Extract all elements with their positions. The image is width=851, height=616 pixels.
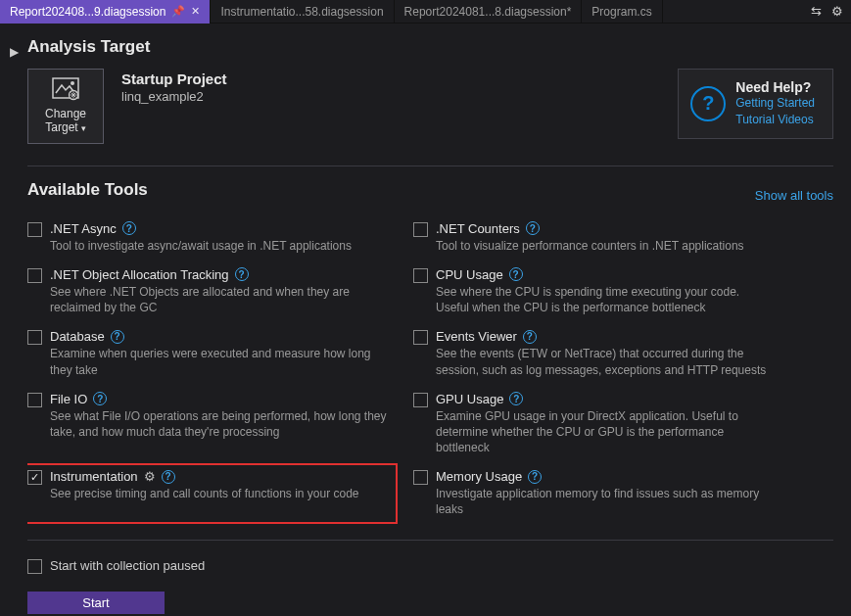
tool-name: GPU Usage — [436, 392, 503, 406]
tool-description: Examine when queries were executed and m… — [50, 346, 390, 377]
gear-icon[interactable]: ⚙ — [831, 4, 843, 19]
tool-description: See where the CPU is spending time execu… — [436, 284, 776, 315]
tool-name: Events Viewer — [436, 329, 517, 344]
tool-name: Instrumentation — [50, 469, 138, 484]
tool-checkbox[interactable] — [413, 393, 428, 407]
tool-description: Tool to visualize performance counters i… — [436, 238, 776, 254]
tool--net-object-allocation-tracking: .NET Object Allocation Tracking?See wher… — [27, 267, 390, 315]
svg-point-1 — [71, 81, 74, 85]
tab-label: Report2024081...8.diagsession* — [404, 5, 572, 19]
tool-settings-gear-icon[interactable]: ⚙ — [144, 469, 156, 484]
available-tools-heading: Available Tools — [27, 180, 755, 200]
tab-2[interactable]: Report2024081...8.diagsession* — [395, 0, 583, 24]
tab-label: Instrumentatio...58.diagsession — [220, 5, 383, 19]
tool-checkbox[interactable] — [27, 393, 42, 407]
tool-name: File IO — [50, 392, 87, 406]
show-all-tools-link[interactable]: Show all tools — [755, 188, 833, 203]
tool-description: Tool to investigate async/await usage in… — [50, 238, 390, 254]
tool-info-icon[interactable]: ? — [162, 470, 175, 484]
tool-cpu-usage: CPU Usage?See where the CPU is spending … — [413, 267, 776, 315]
tool-description: See what File I/O operations are being p… — [50, 408, 390, 440]
tool-events-viewer: Events Viewer?See the events (ETW or Net… — [413, 329, 776, 377]
separator — [27, 540, 833, 541]
chevron-down-icon: ▾ — [81, 123, 86, 133]
window-options-icon[interactable]: ⇆ — [811, 4, 822, 19]
tab-bar: Report202408...9.diagsession 📌 ✕ Instrum… — [0, 0, 851, 24]
close-icon[interactable]: ✕ — [191, 5, 200, 18]
startup-project-title: Startup Project — [121, 71, 227, 87]
tab-3[interactable]: Program.cs — [582, 0, 662, 24]
change-target-label: Change Target▾ — [32, 107, 99, 135]
tab-active[interactable]: Report202408...9.diagsession 📌 ✕ — [0, 0, 211, 24]
tool-name: .NET Async — [50, 221, 117, 236]
help-getting-started-link[interactable]: Getting Started — [735, 95, 815, 112]
tool-info-icon[interactable]: ? — [235, 267, 249, 281]
tool-checkbox[interactable] — [27, 222, 42, 237]
tool-checkbox[interactable] — [27, 268, 42, 283]
tool--net-counters: .NET Counters?Tool to visualize performa… — [413, 221, 776, 254]
tool-gpu-usage: GPU Usage?Examine GPU usage in your Dire… — [413, 392, 776, 456]
tab-label: Report202408...9.diagsession — [10, 5, 165, 19]
tool-name: .NET Object Allocation Tracking — [50, 267, 229, 282]
start-paused-label: Start with collection paused — [50, 558, 205, 573]
tool--net-async: .NET Async?Tool to investigate async/awa… — [27, 221, 390, 254]
tool-name: CPU Usage — [436, 267, 503, 282]
start-button[interactable]: Start — [27, 592, 165, 614]
target-image-icon — [52, 77, 79, 101]
tab-1[interactable]: Instrumentatio...58.diagsession — [211, 0, 394, 24]
tool-checkbox[interactable] — [27, 330, 42, 345]
tool-info-icon[interactable]: ? — [526, 221, 540, 235]
tool-checkbox[interactable] — [413, 470, 428, 485]
tool-database: Database?Examine when queries were execu… — [27, 329, 390, 377]
tool-info-icon[interactable]: ? — [111, 330, 124, 344]
tool-info-icon[interactable]: ? — [528, 470, 542, 484]
tool-info-icon[interactable]: ? — [93, 392, 107, 405]
change-target-button[interactable]: Change Target▾ — [27, 69, 104, 144]
tool-checkbox[interactable] — [413, 222, 428, 237]
tab-label: Program.cs — [591, 5, 651, 19]
gutter: ▶ — [0, 24, 27, 616]
help-title: Need Help? — [735, 79, 815, 95]
tool-checkbox[interactable] — [27, 470, 42, 485]
separator — [27, 166, 833, 166]
tool-description: Examine GPU usage in your DirectX applic… — [436, 408, 776, 456]
analysis-target-heading: Analysis Target — [27, 37, 833, 57]
tool-checkbox[interactable] — [413, 268, 428, 283]
tool-description: See precise timing and call counts of fu… — [50, 486, 390, 501]
tool-name: Memory Usage — [436, 469, 522, 484]
tool-instrumentation: Instrumentation⚙?See precise timing and … — [27, 463, 398, 523]
tool-info-icon[interactable]: ? — [509, 267, 523, 281]
tool-info-icon[interactable]: ? — [523, 330, 537, 344]
tool-name: Database — [50, 329, 105, 344]
tool-description: See the events (ETW or NetTrace) that oc… — [436, 346, 776, 377]
expand-chevron-icon[interactable]: ▶ — [10, 45, 19, 616]
tool-info-icon[interactable]: ? — [509, 392, 523, 405]
tool-file-io: File IO?See what File I/O operations are… — [27, 392, 390, 456]
start-button-label: Start — [82, 595, 109, 610]
pin-icon[interactable]: 📌 — [171, 5, 185, 18]
tool-info-icon[interactable]: ? — [122, 221, 136, 235]
tool-description: Investigate application memory to find i… — [436, 486, 776, 517]
tool-checkbox[interactable] — [413, 330, 428, 345]
help-tutorial-videos-link[interactable]: Tutorial Videos — [735, 112, 815, 128]
tool-name: .NET Counters — [436, 221, 520, 236]
tool-description: See where .NET Objects are allocated and… — [50, 284, 390, 315]
start-paused-checkbox[interactable] — [27, 559, 42, 574]
help-card: ? Need Help? Getting Started Tutorial Vi… — [678, 69, 833, 139]
help-question-icon: ? — [690, 86, 726, 121]
tool-memory-usage: Memory Usage?Investigate application mem… — [413, 469, 776, 517]
startup-project-name: linq_example2 — [121, 89, 227, 104]
